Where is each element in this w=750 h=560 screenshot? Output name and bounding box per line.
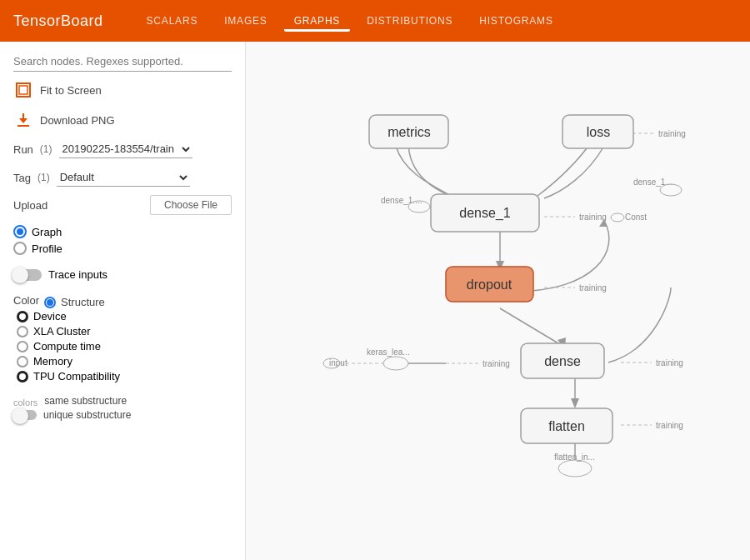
color-memory-radio (17, 356, 28, 368)
download-png-label: Download PNG (40, 114, 115, 127)
run-select[interactable]: 20190225-183554/train (59, 140, 192, 158)
fit-to-screen-icon (13, 80, 33, 100)
color-label: Color (13, 294, 39, 307)
svg-text:dense_1: dense_1 (459, 206, 510, 221)
color-structure-radio-inline (44, 297, 56, 308)
main-layout: Fit to Screen Download PNG Run (1) 20190… (0, 42, 750, 560)
mode-radio-group: Graph Profile (13, 225, 232, 255)
upload-row: Upload Choose File (13, 195, 232, 215)
color-device-label: Device (33, 310, 67, 322)
tag-select[interactable]: Default (57, 168, 190, 187)
same-substructure-label: same substructure (44, 395, 127, 407)
tag-label: Tag (13, 172, 31, 184)
svg-text:dense_1....: dense_1.... (633, 178, 674, 187)
nav-images[interactable]: IMAGES (214, 10, 277, 32)
unique-substructure-toggle[interactable] (13, 410, 37, 420)
trace-inputs-label: Trace inputs (48, 268, 108, 281)
run-count: (1) (40, 143, 52, 155)
colors-text: colors (13, 398, 38, 408)
fit-to-screen-button[interactable]: Fit to Screen (13, 78, 232, 102)
svg-text:Const: Const (625, 212, 647, 222)
nav-histograms[interactable]: HISTOGRAMS (469, 10, 562, 32)
trace-inputs-row: Trace inputs (13, 268, 232, 281)
svg-text:training: training (656, 358, 683, 368)
graph-area[interactable]: training training Const dense_1.... dens… (246, 42, 750, 560)
svg-text:keras_lea...: keras_lea... (367, 348, 410, 357)
app-header: TensorBoard SCALARS IMAGES GRAPHS DISTRI… (0, 0, 750, 42)
color-device[interactable]: Device (17, 310, 232, 322)
color-options-list: Device XLA Cluster Compute time Memory T… (17, 310, 232, 382)
color-tpu-label: TPU Compatibility (33, 370, 120, 382)
color-memory[interactable]: Memory (17, 355, 232, 368)
nav-graphs[interactable]: GRAPHS (284, 10, 350, 32)
svg-rect-4 (18, 125, 29, 127)
graph-radio[interactable]: Graph (13, 225, 232, 238)
color-section: Color Structure Device XLA Cluster Compu… (13, 294, 232, 382)
color-tpu[interactable]: TPU Compatibility (17, 370, 232, 382)
svg-rect-1 (19, 86, 28, 94)
svg-text:training: training (656, 421, 683, 430)
color-tpu-radio (17, 371, 28, 382)
color-device-radio (17, 311, 28, 322)
unique-substructure-row: unique substructure (13, 409, 232, 421)
graph-svg: training training Const dense_1.... dens… (246, 42, 750, 560)
color-structure-inline-label: Structure (61, 296, 105, 308)
sidebar: Fit to Screen Download PNG Run (1) 20190… (0, 42, 246, 560)
svg-text:training: training (482, 359, 510, 368)
svg-text:training: training (579, 212, 607, 222)
profile-label: Profile (32, 242, 62, 255)
profile-radio[interactable]: Profile (13, 242, 232, 255)
color-compute[interactable]: Compute time (17, 340, 232, 352)
upload-label: Upload (13, 199, 48, 212)
color-xla-radio (17, 326, 28, 338)
tag-count: (1) (38, 172, 50, 183)
same-substructure-row: colors same substructure (13, 394, 232, 408)
download-icon (13, 110, 33, 130)
color-xla-label: XLA Cluster (33, 325, 91, 338)
profile-radio-circle (13, 242, 27, 255)
svg-text:loss: loss (587, 125, 610, 139)
search-input[interactable] (13, 52, 232, 72)
graph-label: Graph (32, 226, 62, 238)
unique-substructure-label: unique substructure (43, 409, 131, 421)
color-memory-label: Memory (33, 355, 72, 368)
svg-text:metrics: metrics (388, 125, 431, 139)
color-xla[interactable]: XLA Cluster (17, 325, 232, 338)
svg-text:training: training (658, 129, 686, 138)
substructure-section: colors same substructure unique substruc… (13, 392, 232, 422)
nav-scalars[interactable]: SCALARS (137, 10, 208, 32)
app-logo: TensorBoard (13, 12, 103, 30)
choose-file-button[interactable]: Choose File (150, 195, 232, 215)
svg-text:training: training (579, 283, 607, 292)
color-compute-radio (17, 341, 28, 352)
svg-text:dense: dense (544, 354, 581, 368)
run-row: Run (1) 20190225-183554/train (13, 140, 232, 158)
color-compute-label: Compute time (33, 340, 101, 352)
fit-to-screen-label: Fit to Screen (40, 84, 102, 97)
nav-distributions[interactable]: DISTRIBUTIONS (357, 10, 462, 32)
trace-inputs-toggle[interactable] (13, 269, 42, 281)
svg-text:flatten: flatten (548, 419, 585, 433)
graph-radio-circle (13, 225, 27, 238)
svg-rect-3 (22, 113, 24, 120)
svg-text:dense_1....: dense_1.... (381, 196, 422, 205)
tag-row: Tag (1) Default (13, 168, 232, 187)
run-label: Run (13, 143, 33, 156)
main-nav: SCALARS IMAGES GRAPHS DISTRIBUTIONS HIST… (137, 10, 563, 32)
download-png-button[interactable]: Download PNG (13, 108, 232, 132)
svg-text:dropout: dropout (467, 278, 512, 292)
